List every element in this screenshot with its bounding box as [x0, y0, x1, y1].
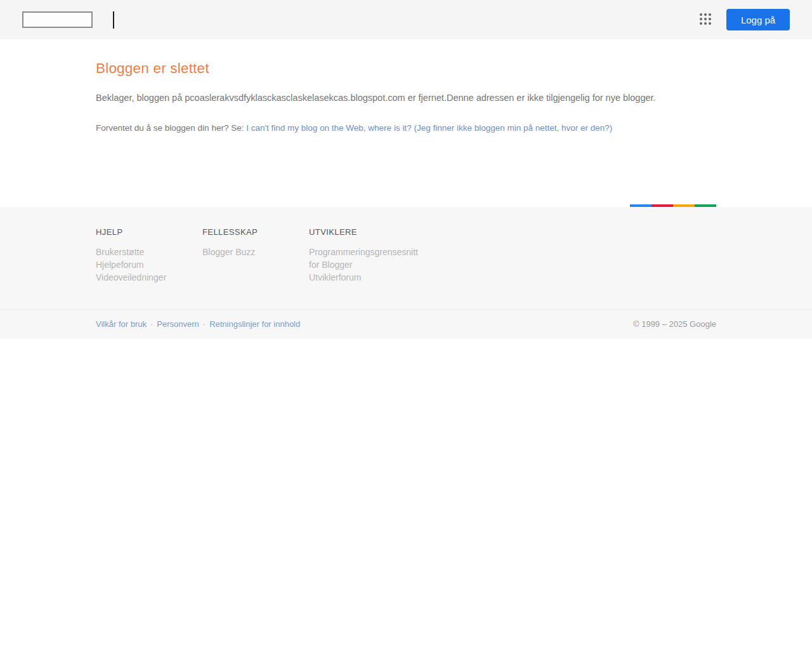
footer-column-title: FELLESSKAP [202, 227, 309, 237]
text-cursor-line [113, 11, 114, 29]
content-policy-link[interactable]: Retningslinjer for innhold [209, 319, 300, 329]
legal-separator: · [203, 319, 206, 329]
footer-column-developers: UTVIKLERE Programmeringsgrensesnitt for … [309, 227, 416, 284]
cant-find-blog-link[interactable]: I can't find my blog on the Web, where i… [246, 123, 612, 133]
page-title: Bloggen er slettet [96, 60, 716, 77]
legal-separator: · [150, 319, 153, 329]
bottom-bar: Vilkår for bruk·Personvern·Retningslinje… [0, 309, 812, 338]
blogger-logo-broken-image[interactable] [22, 11, 93, 28]
header: Logg på [0, 0, 812, 39]
header-right: Logg på [700, 9, 790, 30]
footer-column-help: HJELP Brukerstøtte Hjelpeforum Videoveil… [96, 227, 202, 284]
footer-column-title: UTVIKLERE [309, 227, 416, 237]
privacy-link[interactable]: Personvern [157, 319, 199, 329]
footer-column-community: FELLESSKAP Blogger Buzz [202, 227, 309, 284]
copyright-text: © 1999 – 2025 Google [633, 319, 716, 329]
deletion-message: Beklager, bloggen på pcoaslerakvsdfyklas… [96, 93, 716, 103]
deletion-message-part1: Beklager, bloggen på pcoaslerakvsdfyklas… [96, 93, 447, 103]
footer-link-utviklerforum[interactable]: Utviklerforum [309, 271, 414, 284]
main-content: Bloggen er slettet Beklager, bloggen på … [0, 39, 812, 207]
header-left [22, 0, 114, 39]
legal-links: Vilkår for bruk·Personvern·Retningslinje… [96, 319, 300, 329]
footer-link-videoveiledninger[interactable]: Videoveiledninger [96, 271, 201, 284]
google-apps-grid-icon[interactable] [700, 13, 712, 26]
footer-link-hjelpeforum[interactable]: Hjelpeforum [96, 258, 201, 271]
footer-column-title: HJELP [96, 227, 202, 237]
footer-link-brukerstotte[interactable]: Brukerstøtte [96, 246, 201, 258]
help-prompt-row: Forventet du å se bloggen din her? Se: I… [96, 123, 716, 133]
footer: HJELP Brukerstøtte Hjelpeforum Videoveil… [0, 207, 812, 309]
help-prompt-text: Forventet du å se bloggen din her? Se: [96, 123, 246, 133]
deletion-message-part2: Denne adressen er ikke tilgjengelig for … [447, 93, 656, 103]
sign-in-button[interactable]: Logg på [726, 9, 790, 30]
terms-link[interactable]: Vilkår for bruk [96, 319, 147, 329]
footer-link-blogger-api[interactable]: Programmeringsgrensesnitt for Blogger [309, 246, 414, 271]
footer-link-blogger-buzz[interactable]: Blogger Buzz [202, 246, 308, 258]
